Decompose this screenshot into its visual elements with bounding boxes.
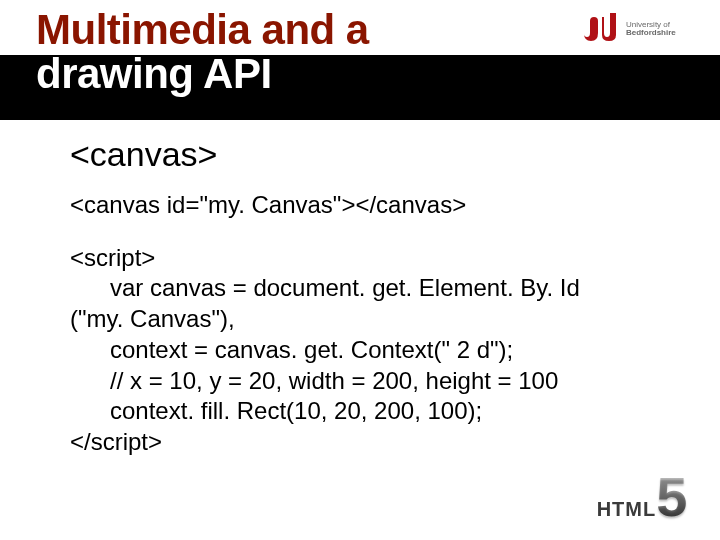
title-band: Multimedia and a drawing API University …: [0, 0, 720, 120]
code-line-1: <script>: [70, 243, 665, 274]
code-line-6: context. fill. Rect(10, 20, 200, 100);: [70, 396, 665, 427]
code-line-2: var canvas = document. get. Element. By.…: [70, 273, 665, 304]
badge-number: 5: [656, 472, 687, 522]
code-line-5: // x = 10, y = 20, width = 200, height =…: [70, 366, 665, 397]
content-area: <canvas> <canvas id="my. Canvas"></canva…: [70, 135, 665, 458]
title-line-2: drawing API: [36, 52, 369, 96]
html5-badge: HTML5: [588, 472, 696, 522]
slide-title: Multimedia and a drawing API: [36, 8, 369, 96]
logo-line-2: Bedfordshire: [626, 29, 676, 37]
badge-label: HTML: [597, 498, 657, 520]
title-line-1: Multimedia and a: [36, 6, 369, 53]
code-example-line: <canvas id="my. Canvas"></canvas>: [70, 190, 665, 221]
logo-icon: [580, 11, 622, 47]
university-logo: University of Bedfordshire: [580, 10, 698, 48]
code-line-4: context = canvas. get. Context(" 2 d");: [70, 335, 665, 366]
code-line-7: </script>: [70, 427, 665, 458]
section-heading: <canvas>: [70, 135, 665, 174]
slide: Multimedia and a drawing API University …: [0, 0, 720, 540]
logo-text: University of Bedfordshire: [626, 21, 676, 37]
code-line-3: ("my. Canvas"),: [70, 304, 665, 335]
code-block: <script> var canvas = document. get. Ele…: [70, 243, 665, 458]
